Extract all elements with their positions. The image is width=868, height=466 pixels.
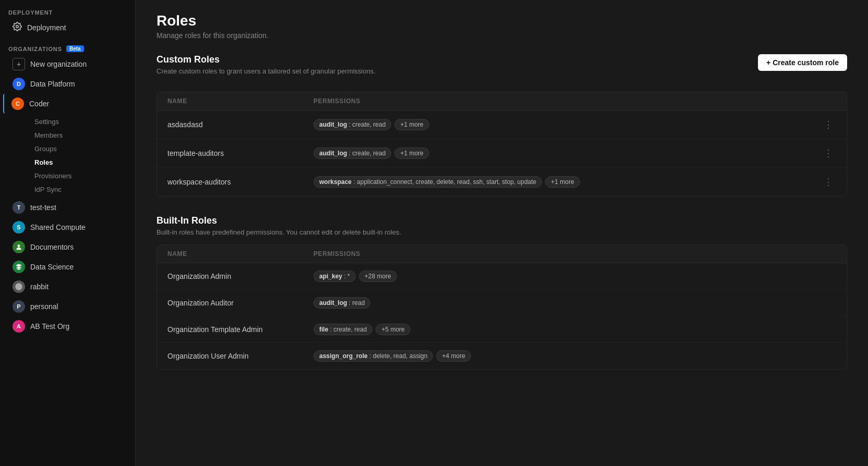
permissions-cell-org-user-admin: assign_org_role : delete, read, assign +…	[314, 350, 815, 362]
row-menu-button-asdasdasd[interactable]: ⋮	[821, 118, 836, 131]
new-org-item[interactable]: + New organization	[4, 54, 131, 74]
deployment-nav-item[interactable]: Deployment	[4, 18, 131, 37]
row-menu-button-template-auditors[interactable]: ⋮	[821, 146, 836, 160]
table-row: Organization Admin api_key : * +28 more	[157, 263, 847, 290]
builtin-roles-title: Built-In Roles	[156, 215, 847, 226]
permission-badge: api_key : *	[314, 271, 356, 282]
permission-badge: audit_log : create, read	[314, 119, 391, 130]
subnav-roles[interactable]: Roles	[26, 156, 131, 169]
subnav-groups[interactable]: Groups	[26, 142, 131, 155]
row-actions-asdasdasd: ⋮	[815, 118, 836, 131]
more-badge-org-template-admin[interactable]: +5 more	[376, 324, 410, 335]
sidebar-item-rabbit[interactable]: rabbit	[4, 277, 131, 297]
sidebar: DEPLOYMENT Deployment ORGANIZATIONS Beta…	[0, 0, 136, 466]
custom-col-actions	[815, 97, 836, 105]
orgs-section-label: ORGANIZATIONS	[8, 46, 62, 52]
avatar-coder: C	[11, 97, 24, 110]
table-row: Organization Template Admin file : creat…	[157, 316, 847, 343]
org-label-data-platform: Data Platform	[30, 80, 75, 88]
role-name-org-admin: Organization Admin	[167, 272, 314, 280]
custom-roles-table-header: Name Permissions	[157, 92, 847, 111]
builtin-roles-table-header: Name Permissions	[157, 245, 847, 263]
subnav-provisioners[interactable]: Provisioners	[26, 169, 131, 182]
org-label-test-test: test-test	[30, 203, 56, 212]
custom-roles-header: Custom Roles Create custom roles to gran…	[156, 54, 847, 83]
row-actions-workspace-auditors: ⋮	[815, 175, 836, 189]
row-menu-button-workspace-auditors[interactable]: ⋮	[821, 175, 836, 189]
svg-point-2	[15, 283, 22, 290]
avatar-ab-test-org: A	[13, 320, 25, 333]
table-row: template-auditors audit_log : create, re…	[157, 139, 847, 168]
orgs-section-header: ORGANIZATIONS Beta	[0, 41, 135, 54]
avatar-rabbit	[13, 280, 25, 293]
builtin-roles-desc: Built-in roles have predefined permissio…	[156, 228, 847, 236]
svg-point-1	[18, 244, 20, 247]
permissions-cell-asdasdasd: audit_log : create, read +1 more	[314, 119, 815, 130]
custom-roles-table: Name Permissions asdasdasd audit_log : c…	[156, 92, 847, 197]
subnav-members[interactable]: Members	[26, 129, 131, 142]
more-badge-workspace-auditors[interactable]: +1 more	[545, 176, 580, 188]
org-label-shared-compute: Shared Compute	[30, 223, 86, 231]
permissions-cell-workspace-auditors: workspace : application_connect, create,…	[314, 176, 815, 188]
org-label-documentors: Documentors	[30, 243, 74, 251]
sidebar-item-ab-test-org[interactable]: A AB Test Org	[4, 316, 131, 336]
sidebar-item-test-test[interactable]: T test-test	[4, 198, 131, 217]
permission-badge: assign_org_role : delete, read, assign	[314, 350, 433, 362]
sidebar-item-documentors[interactable]: Documentors	[4, 237, 131, 257]
sidebar-item-data-science[interactable]: Data Science	[4, 257, 131, 277]
more-badge-org-user-admin[interactable]: +4 more	[436, 350, 471, 362]
permissions-cell-org-admin: api_key : * +28 more	[314, 271, 815, 282]
permission-badge: audit_log : read	[314, 297, 370, 309]
permissions-cell-template-auditors: audit_log : create, read +1 more	[314, 148, 815, 159]
table-row: asdasdasd audit_log : create, read +1 mo…	[157, 111, 847, 139]
builtin-col-permissions: Permissions	[314, 250, 815, 257]
avatar-test-test: T	[13, 201, 25, 214]
deployment-section-label: DEPLOYMENT	[0, 6, 135, 18]
org-label-rabbit: rabbit	[30, 283, 49, 291]
sidebar-item-shared-compute[interactable]: S Shared Compute	[4, 217, 131, 237]
subnav-settings[interactable]: Settings	[26, 115, 131, 128]
more-badge-asdasdasd[interactable]: +1 more	[394, 119, 429, 130]
avatar-personal: P	[13, 300, 25, 313]
builtin-col-actions	[815, 250, 836, 257]
new-org-label: New organization	[30, 60, 87, 68]
custom-roles-desc: Create custom roles to grant users a tai…	[156, 67, 376, 75]
role-name-org-auditor: Organization Auditor	[167, 299, 314, 307]
page-title: Roles	[156, 13, 847, 29]
org-label-coder: Coder	[29, 100, 49, 108]
permissions-cell-org-auditor: audit_log : read	[314, 297, 815, 309]
plus-icon: +	[13, 58, 25, 70]
create-custom-role-button[interactable]: + Create custom role	[758, 54, 847, 71]
subnav-idp-sync[interactable]: IdP Sync	[26, 183, 131, 196]
avatar-shared-compute: S	[13, 221, 25, 234]
role-name-template-auditors: template-auditors	[167, 149, 314, 157]
custom-col-name: Name	[167, 97, 314, 105]
role-name-org-user-admin: Organization User Admin	[167, 352, 314, 360]
table-row: workspace-auditors workspace : applicati…	[157, 168, 847, 196]
permissions-cell-org-template-admin: file : create, read +5 more	[314, 324, 815, 335]
role-name-asdasdasd: asdasdasd	[167, 120, 314, 129]
page-subtitle: Manage roles for this organization.	[156, 31, 847, 40]
builtin-col-name: Name	[167, 250, 314, 257]
beta-badge: Beta	[66, 45, 84, 52]
svg-point-0	[16, 26, 19, 28]
deployment-label: Deployment	[27, 23, 66, 32]
org-label-ab-test-org: AB Test Org	[30, 322, 69, 330]
permission-badge: audit_log : create, read	[314, 148, 391, 159]
more-badge-template-auditors[interactable]: +1 more	[394, 148, 429, 159]
avatar-data-platform: D	[13, 78, 25, 90]
permission-badge: workspace : application_connect, create,…	[314, 176, 542, 188]
sidebar-item-coder[interactable]: C Coder	[3, 94, 131, 114]
custom-roles-info: Custom Roles Create custom roles to gran…	[156, 54, 376, 83]
sidebar-item-personal[interactable]: P personal	[4, 297, 131, 316]
more-badge-org-admin[interactable]: +28 more	[359, 271, 397, 282]
org-label-data-science: Data Science	[30, 263, 74, 271]
main-content: Roles Manage roles for this organization…	[136, 0, 868, 466]
sidebar-item-data-platform[interactable]: D Data Platform	[4, 74, 131, 94]
table-row: Organization Auditor audit_log : read	[157, 290, 847, 316]
avatar-documentors	[13, 241, 25, 253]
gear-icon	[13, 22, 22, 33]
builtin-roles-info: Built-In Roles Built-in roles have prede…	[156, 215, 847, 236]
role-name-org-template-admin: Organization Template Admin	[167, 325, 314, 334]
custom-roles-title: Custom Roles	[156, 54, 376, 65]
